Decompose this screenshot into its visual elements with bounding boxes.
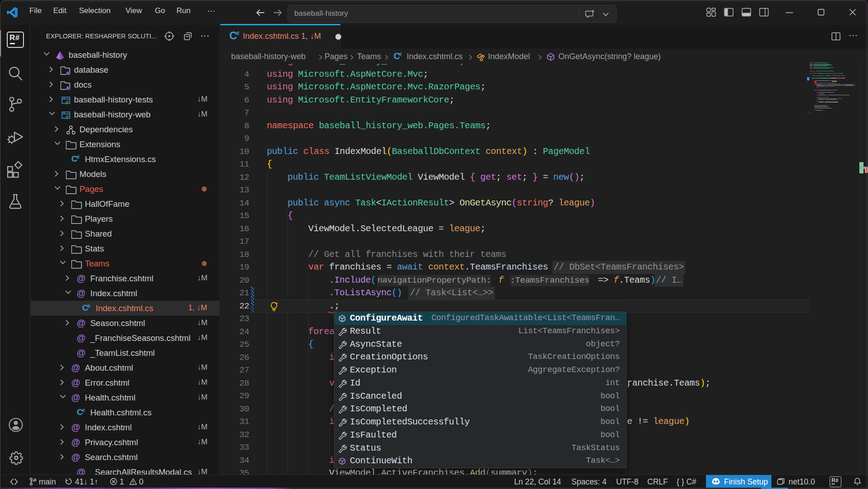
svg-text:#: # [65, 114, 69, 121]
svg-text:#: # [65, 99, 69, 106]
